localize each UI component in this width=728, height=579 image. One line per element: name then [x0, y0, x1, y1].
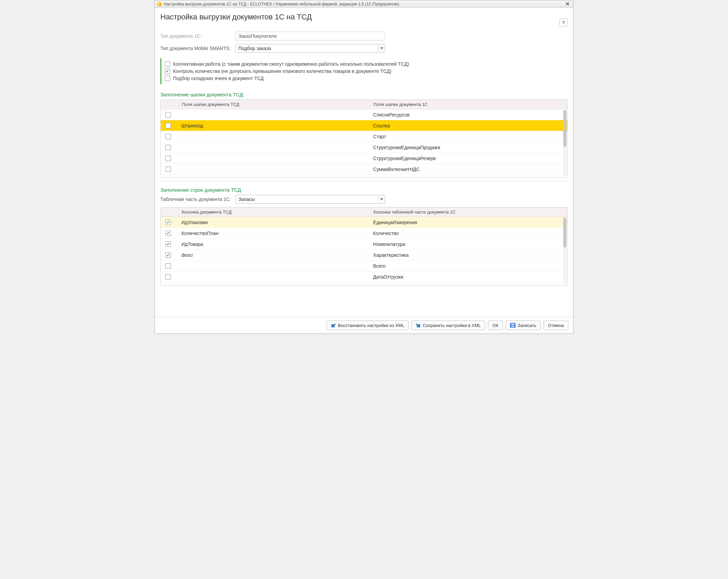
- window: Настройка выгрузки документов 1С на ТСД …: [155, 0, 573, 334]
- cancel-button[interactable]: Отмена: [543, 320, 568, 330]
- cell-1c: СписокРесурсов: [370, 112, 562, 118]
- tab-part-dropdown[interactable]: [235, 195, 385, 204]
- row-checkbox[interactable]: [165, 123, 171, 128]
- row-checkbox[interactable]: [165, 274, 171, 280]
- tab-part-input[interactable]: [236, 195, 378, 203]
- table-row[interactable]: Всего: [161, 261, 567, 271]
- cancel-label: Отмена: [548, 323, 564, 328]
- titlebar: Настройка выгрузки документов 1С на ТСД …: [155, 0, 573, 8]
- row-checkbox[interactable]: [165, 112, 171, 118]
- row-checkbox[interactable]: [165, 167, 171, 172]
- option-label: Контроль количества (не допускать превыш…: [173, 68, 391, 74]
- cell-tsd: ИдТовара: [179, 241, 370, 247]
- scrollbar[interactable]: [563, 110, 567, 177]
- table-row[interactable]: КоличествоПланКоличество: [161, 228, 567, 239]
- row-checkbox[interactable]: [165, 156, 171, 161]
- scrollbar[interactable]: [563, 218, 567, 284]
- cell-1c: ДатаОтгрузки: [370, 274, 562, 280]
- table-row[interactable]: Старт: [161, 131, 567, 142]
- row-checkbox[interactable]: [165, 145, 171, 150]
- cell-1c: Номенклатура: [370, 241, 562, 247]
- cell-tsd: КоличествоПлан: [179, 231, 370, 236]
- doc-type-ms-dropdown[interactable]: [235, 44, 385, 53]
- row-checkbox[interactable]: [165, 241, 171, 247]
- chevron-down-icon[interactable]: [378, 195, 385, 203]
- table-row[interactable]: СуммаВключаетНДС: [161, 164, 567, 175]
- divider: [160, 181, 568, 182]
- table-row[interactable]: descrХарактеристика: [161, 250, 567, 261]
- option-checkbox[interactable]: [165, 61, 170, 67]
- content: Настройка выгрузки документов 1С на ТСД …: [155, 8, 573, 317]
- table-row[interactable]: СписокРесурсов: [161, 109, 567, 120]
- section-lines-title: Заполнение строк документа ТСД: [160, 187, 568, 193]
- cell-1c: ЕдиницаИзмерения: [370, 220, 562, 225]
- lines-col-1c[interactable]: Колонка табличной части документа 1С: [370, 207, 562, 217]
- cell-tsd: descr: [179, 252, 370, 258]
- doc-type-ms-label: Тип документа Mobile SMARTS:: [160, 46, 235, 51]
- row-checkbox[interactable]: [165, 220, 171, 225]
- cell-1c: Ссылка: [370, 123, 562, 128]
- option-row: Подбор складских ячеек в документ ТСД: [165, 76, 568, 81]
- app-icon: [157, 2, 162, 6]
- table-row[interactable]: ИдУпаковкиЕдиницаИзмерения: [161, 217, 567, 228]
- doc-type-1c-input[interactable]: [235, 32, 385, 41]
- section-header-title: Заполнение шапки документа ТСД: [160, 92, 568, 97]
- svg-rect-1: [417, 324, 420, 327]
- cell-1c: СтруктурнаяЕдиницаРезерв: [370, 156, 562, 161]
- table-row[interactable]: СтруктурнаяЕдиницаПродажи: [161, 142, 567, 153]
- header-col-tsd[interactable]: Поле шапки документа ТСД: [179, 100, 370, 109]
- cell-1c: СуммаВключаетНДС: [370, 167, 562, 172]
- cell-tsd: ИдУпаковки: [179, 220, 370, 225]
- save-xml-label: Сохранить настройки в XML: [423, 323, 481, 328]
- cell-1c: Количество: [370, 231, 562, 236]
- write-label: Записать: [518, 323, 537, 328]
- write-button[interactable]: Записать: [506, 320, 541, 330]
- xml-export-icon: [416, 323, 421, 328]
- table-row[interactable]: СтруктурнаяЕдиницаРезерв: [161, 153, 567, 164]
- checkbox-group: Коллективная работа (с таким документом …: [160, 58, 568, 84]
- restore-xml-label: Восстановить настройки из XML: [338, 323, 405, 328]
- xml-import-icon: [331, 323, 336, 328]
- save-icon: [510, 323, 516, 328]
- footer: Восстановить настройки из XML Сохранить …: [155, 317, 573, 333]
- row-checkbox[interactable]: [165, 263, 171, 269]
- page-title: Настройка выгрузки документов 1С на ТСД: [160, 13, 559, 21]
- cell-1c: СтруктурнаяЕдиницаПродажи: [370, 145, 562, 150]
- table-row[interactable]: ДатаОтгрузки: [161, 271, 567, 282]
- option-label: Коллективная работа (с таким документом …: [173, 61, 409, 67]
- tab-part-label: Табличная часть документа 1С:: [160, 197, 235, 202]
- save-xml-button[interactable]: Сохранить настройки в XML: [411, 320, 485, 330]
- chevron-down-icon[interactable]: [378, 44, 385, 52]
- table-row[interactable]: ШтрихкодСсылка: [161, 120, 567, 131]
- row-checkbox[interactable]: [165, 134, 171, 139]
- cell-1c: Старт: [370, 134, 562, 139]
- option-row: Контроль количества (не допускать превыш…: [165, 68, 568, 74]
- cell-tsd: Штрихкод: [179, 123, 370, 128]
- svg-rect-4: [511, 326, 514, 327]
- option-row: Коллективная работа (с таким документом …: [165, 61, 568, 67]
- table-row[interactable]: ИдТовараНоменклатура: [161, 239, 567, 250]
- header-grid: Поле шапки документа ТСД Поле шапки доку…: [160, 99, 568, 178]
- row-checkbox[interactable]: [165, 231, 171, 236]
- close-icon[interactable]: ✕: [564, 1, 571, 7]
- lines-col-tsd[interactable]: Колонка документа ТСД: [179, 207, 370, 217]
- option-checkbox[interactable]: [165, 68, 170, 74]
- option-checkbox[interactable]: [165, 76, 170, 81]
- ok-label: ОК: [492, 323, 498, 328]
- header-grid-head: Поле шапки документа ТСД Поле шапки доку…: [161, 100, 567, 109]
- doc-type-1c-label: Тип документа 1С:: [160, 33, 235, 39]
- window-title: Настройка выгрузки документов 1С на ТСД …: [164, 2, 564, 6]
- doc-type-ms-input[interactable]: [236, 44, 378, 52]
- cell-1c: Всего: [370, 263, 562, 269]
- row-checkbox[interactable]: [165, 252, 171, 258]
- help-button[interactable]: ?: [559, 19, 568, 27]
- header-col-1c[interactable]: Поле шапки документа 1С: [370, 100, 562, 109]
- option-label: Подбор складских ячеек в документ ТСД: [173, 76, 264, 81]
- lines-grid: Колонка документа ТСД Колонка табличной …: [160, 207, 568, 285]
- restore-xml-button[interactable]: Восстановить настройки из XML: [327, 320, 409, 330]
- lines-grid-head: Колонка документа ТСД Колонка табличной …: [161, 207, 567, 217]
- ok-button[interactable]: ОК: [488, 320, 503, 330]
- cell-1c: Характеристика: [370, 252, 562, 258]
- svg-rect-0: [331, 324, 335, 327]
- svg-rect-3: [511, 324, 515, 325]
